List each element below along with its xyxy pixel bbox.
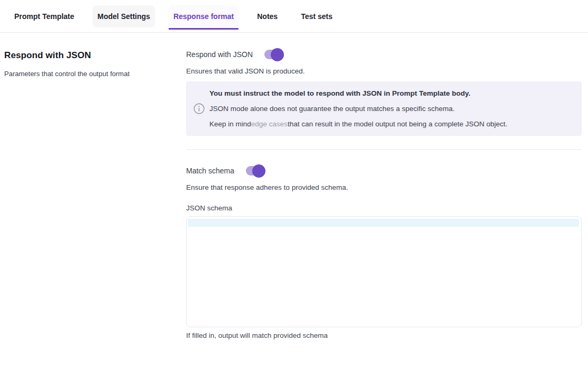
section-title: Respond with JSON (4, 50, 176, 61)
section-intro: Respond with JSON Parameters that contro… (0, 33, 186, 78)
respond-with-json-row: Respond with JSON (186, 48, 582, 61)
info-icon (194, 103, 205, 114)
tab-notes[interactable]: Notes (252, 5, 282, 27)
respond-with-json-toggle[interactable] (264, 48, 284, 61)
tab-response-format[interactable]: Response format (169, 5, 238, 27)
match-schema-row: Match schema (186, 164, 582, 178)
alert-text: You must instruct the model to respond w… (209, 89, 508, 128)
respond-with-json-description: Ensures that valid JSON is produced. (186, 67, 582, 75)
respond-with-json-label: Respond with JSON (186, 50, 253, 59)
toggle-knob (271, 48, 284, 61)
response-format-panel: Respond with JSON Parameters that contro… (0, 33, 588, 339)
section-description: Parameters that control the output forma… (4, 70, 176, 78)
editor-active-line (188, 219, 579, 227)
match-schema-description: Ensure that response adheres to provided… (186, 183, 582, 191)
section-controls: Respond with JSON Ensures that valid JSO… (186, 33, 582, 339)
alert-line-3: Keep in mindedge casesthat can result in… (209, 120, 508, 128)
alert-line-3-suffix: that can result in the model output not … (288, 120, 508, 128)
toggle-knob (252, 164, 265, 178)
json-mode-alert: You must instruct the model to respond w… (186, 81, 582, 136)
alert-line-1: You must instruct the model to respond w… (209, 89, 508, 97)
tab-bar: Prompt Template Model Settings Response … (0, 0, 588, 33)
edge-cases-link[interactable]: edge cases (251, 120, 288, 128)
section-divider (186, 149, 582, 150)
tab-prompt-template[interactable]: Prompt Template (10, 5, 79, 27)
alert-line-2: JSON mode alone does not guarantee the o… (209, 105, 508, 113)
json-schema-helper-text: If filled in, output will match provided… (186, 331, 582, 339)
alert-line-3-prefix: Keep in mind (209, 120, 251, 128)
match-schema-section: Match schema Ensure that response adhere… (186, 164, 582, 339)
tab-test-sets[interactable]: Test sets (296, 5, 337, 27)
tab-model-settings[interactable]: Model Settings (93, 5, 155, 27)
match-schema-label: Match schema (186, 167, 234, 175)
json-schema-editor[interactable] (186, 216, 582, 327)
match-schema-toggle[interactable] (246, 164, 265, 178)
json-schema-field-label: JSON schema (186, 204, 582, 212)
